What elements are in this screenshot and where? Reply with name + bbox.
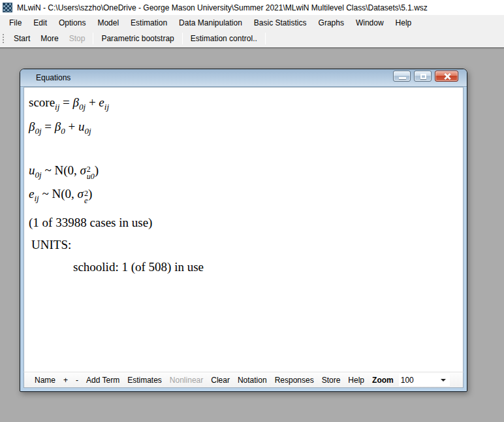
mdi-desktop: Equations scoreij = β0j + eij β0j = β0 +… <box>0 49 504 422</box>
equation-response-line[interactable]: scoreij = β0j + eij <box>29 93 463 117</box>
equations-window-frame: scoreij = β0j + eij β0j = β0 + u0j u0j ~… <box>20 87 467 391</box>
menu-window[interactable]: Window <box>350 16 390 30</box>
sigma-e-scripts: 2e <box>84 190 88 204</box>
estimation-control-button[interactable]: Estimation control.. <box>185 31 262 46</box>
normal-dist-open: N(0, <box>54 163 80 177</box>
app-titlebar[interactable]: MLwiN - C:\Users\szzho\OneDrive - George… <box>0 0 504 15</box>
menubar: File Edit Options Model Estimation Data … <box>0 15 504 31</box>
nonlinear-button[interactable]: Nonlinear <box>166 374 207 387</box>
maximize-icon <box>420 74 426 79</box>
minimize-button[interactable] <box>393 71 411 82</box>
equations-window: Equations scoreij = β0j + eij β0j = β0 +… <box>20 69 467 392</box>
term-beta0j-lhs-subscript: 0j <box>35 126 41 136</box>
add-term-button[interactable]: Add Term <box>82 374 123 387</box>
equals-sign: = <box>59 95 72 109</box>
sigma-u-subscript: u0 <box>87 173 95 180</box>
name-button[interactable]: Name <box>31 374 59 387</box>
minimize-icon <box>399 77 406 79</box>
menu-basic-statistics[interactable]: Basic Statistics <box>248 16 313 30</box>
normal-dist-close: ) <box>95 163 99 177</box>
more-button[interactable]: More <box>35 31 63 46</box>
equals-sign: = <box>42 120 55 133</box>
distribution-u-line[interactable]: u0j ~ N(0, σ2u0) <box>29 161 463 185</box>
close-icon <box>444 73 450 80</box>
mlwin-application: { "app": { "title": "MLwiN - C:\\Users\\… <box>0 0 504 422</box>
zoom-dropdown[interactable]: 100 <box>399 374 450 386</box>
start-button[interactable]: Start <box>8 31 35 46</box>
tilde-sign: ~ <box>39 187 52 201</box>
menu-data-manipulation[interactable]: Data Manipulation <box>173 16 248 30</box>
equations-pane: scoreij = β0j + eij β0j = β0 + u0j u0j ~… <box>24 87 464 372</box>
zoom-label: Zoom <box>368 374 398 387</box>
toolbar-grip-handle[interactable] <box>2 33 5 44</box>
normal-dist-close: ) <box>88 187 92 201</box>
equations-window-title: Equations <box>36 73 71 82</box>
window-controls <box>393 71 458 82</box>
sigma-e-subscript: e <box>84 197 87 204</box>
stop-button[interactable]: Stop <box>64 31 91 46</box>
help-button[interactable]: Help <box>344 374 368 387</box>
toolbar-separator <box>265 33 266 44</box>
zoom-value: 100 <box>399 376 414 385</box>
clear-button[interactable]: Clear <box>207 374 234 387</box>
plus-sign: + <box>86 95 99 109</box>
term-u[interactable]: u <box>29 163 35 177</box>
close-button[interactable] <box>435 71 458 82</box>
menu-help[interactable]: Help <box>390 16 418 30</box>
menu-file[interactable]: File <box>3 16 27 30</box>
toolbar-separator <box>182 33 183 44</box>
cases-in-use-text: (1 of 33988 cases in use) <box>29 214 463 231</box>
normal-dist-open: N(0, <box>52 187 77 201</box>
app-title: MLwiN - C:\Users\szzho\OneDrive - George… <box>17 3 428 12</box>
equations-bottom-toolbar: Name + - Add Term Estimates Nonlinear Cl… <box>24 372 464 388</box>
units-detail-text: schoolid: 1 (of 508) in use <box>29 259 463 276</box>
menu-options[interactable]: Options <box>53 16 91 30</box>
term-random-u-subscript: 0j <box>85 126 91 136</box>
term-sigma-e[interactable]: σ <box>78 187 84 201</box>
distribution-e-line[interactable]: eij ~ N(0, σ2e) <box>29 184 463 208</box>
term-beta0j-subscript: 0j <box>79 102 86 112</box>
term-residual-e-subscript: ij <box>104 102 109 112</box>
term-beta0[interactable]: β <box>55 120 61 133</box>
term-beta0j[interactable]: β <box>73 95 79 109</box>
maximize-button[interactable] <box>414 71 432 82</box>
units-label: UNITS: <box>29 236 463 253</box>
term-e-subscript: ij <box>34 193 39 203</box>
term-sigma-u[interactable]: σ <box>80 163 86 177</box>
term-random-u[interactable]: u <box>78 120 85 133</box>
menu-edit[interactable]: Edit <box>27 16 53 30</box>
menu-model[interactable]: Model <box>91 16 125 30</box>
menu-estimation[interactable]: Estimation <box>125 16 173 30</box>
toolbar-separator <box>93 33 93 44</box>
mlwin-app-icon <box>3 3 12 12</box>
parametric-bootstrap-button[interactable]: Parametric bootstrap <box>96 31 179 46</box>
responses-button[interactable]: Responses <box>271 374 318 387</box>
tilde-sign: ~ <box>42 163 55 177</box>
menu-graphs[interactable]: Graphs <box>313 16 350 30</box>
chevron-down-icon <box>441 379 446 381</box>
store-button[interactable]: Store <box>318 374 345 387</box>
toolbar: Start More Stop Parametric bootstrap Est… <box>0 31 504 46</box>
estimates-button[interactable]: Estimates <box>123 374 166 387</box>
equations-titlebar[interactable]: Equations <box>20 69 467 87</box>
sigma-u-scripts: 2u0 <box>87 166 95 180</box>
notation-button[interactable]: Notation <box>234 374 271 387</box>
add-level-button[interactable]: + <box>59 374 72 387</box>
term-response[interactable]: score <box>29 95 55 109</box>
remove-level-button[interactable]: - <box>72 374 82 387</box>
term-u-subscript: 0j <box>35 169 42 179</box>
equation-intercept-line[interactable]: β0j = β0 + u0j <box>29 117 463 141</box>
term-residual-e[interactable]: e <box>99 95 104 109</box>
plus-sign: + <box>65 120 78 133</box>
